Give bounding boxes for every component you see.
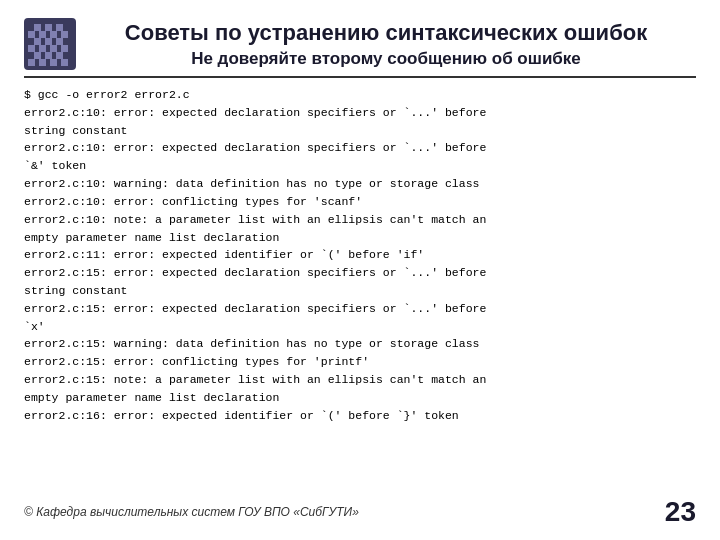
header: Советы по устранению синтаксических ошиб… [24, 18, 696, 70]
svg-rect-18 [28, 59, 35, 66]
page-number: 23 [665, 496, 696, 528]
divider [24, 76, 696, 78]
svg-rect-17 [56, 52, 63, 59]
svg-rect-12 [39, 45, 46, 52]
svg-rect-1 [34, 24, 41, 31]
footer: © Кафедра вычислительных систем ГОУ ВПО … [0, 496, 720, 528]
svg-rect-14 [61, 45, 68, 52]
svg-rect-15 [34, 52, 41, 59]
svg-rect-6 [50, 31, 57, 38]
slide: Советы по устранению синтаксических ошиб… [0, 0, 720, 540]
code-block: $ gcc -o error2 error2.c error2.c:10: er… [24, 86, 696, 424]
svg-rect-10 [56, 38, 63, 45]
svg-rect-20 [50, 59, 57, 66]
svg-rect-9 [45, 38, 52, 45]
subtitle: Не доверяйте второму сообщению об ошибке [191, 49, 581, 69]
svg-rect-3 [56, 24, 63, 31]
svg-rect-21 [61, 59, 68, 66]
svg-rect-13 [50, 45, 57, 52]
main-title: Советы по устранению синтаксических ошиб… [125, 19, 647, 47]
svg-rect-19 [39, 59, 46, 66]
svg-rect-8 [34, 38, 41, 45]
svg-rect-11 [28, 45, 35, 52]
svg-rect-4 [28, 31, 35, 38]
svg-rect-7 [61, 31, 68, 38]
svg-rect-2 [45, 24, 52, 31]
footer-copyright: © Кафедра вычислительных систем ГОУ ВПО … [24, 505, 359, 519]
svg-rect-16 [45, 52, 52, 59]
svg-rect-5 [39, 31, 46, 38]
logo-icon [24, 18, 76, 70]
title-block: Советы по устранению синтаксических ошиб… [76, 19, 696, 69]
